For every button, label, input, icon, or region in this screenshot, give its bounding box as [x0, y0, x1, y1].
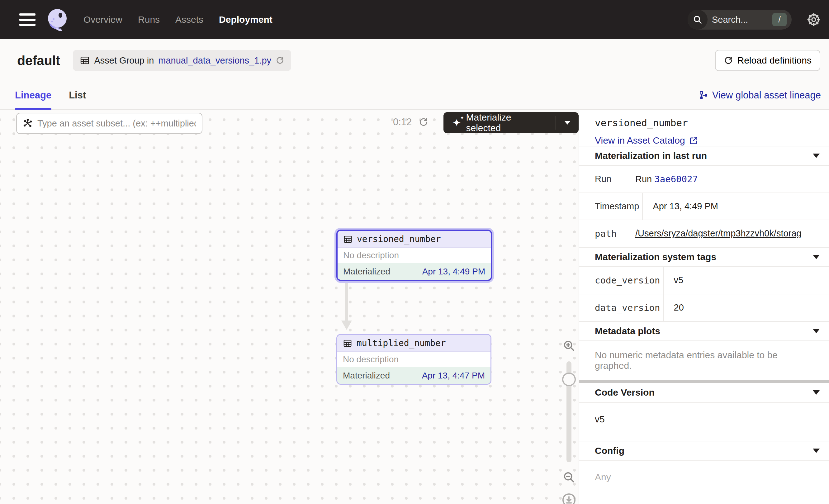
main-content: 0:12 ✦✦ Materialize selected [0, 110, 829, 504]
graph-zoom-controls [559, 339, 579, 504]
asset-node-name: multiplied_number [357, 338, 446, 348]
dagster-app: Overview Runs Assets Deployment Search..… [0, 0, 829, 504]
table-icon [343, 338, 352, 348]
asset-node-multiplied-number[interactable]: multiplied_number No description Materia… [336, 334, 492, 385]
system-tags-table: code_version v5 data_version 20 [579, 266, 829, 321]
caret-down-icon [813, 448, 820, 453]
zoom-slider[interactable] [567, 361, 572, 462]
code-version-label: code_version [579, 267, 664, 294]
tab-lineage[interactable]: Lineage [15, 81, 51, 109]
page-title: default [17, 53, 60, 68]
section-materialization-in-last-run[interactable]: Materialization in last run [579, 146, 829, 165]
asset-group-badge: Asset Group in manual_data_versions_1.py [73, 50, 291, 71]
table-row: Timestamp Apr 13, 4:49 PM [579, 193, 829, 220]
menu-icon[interactable] [19, 13, 36, 26]
config-section-value: Any [579, 460, 829, 499]
lineage-graph-icon [698, 90, 709, 100]
search-icon [688, 10, 708, 30]
caret-down-icon [813, 390, 820, 395]
path-label: path [579, 220, 625, 247]
panel-divider [579, 380, 829, 383]
asset-node-name: versioned_number [357, 234, 441, 244]
lineage-edge [341, 282, 352, 330]
slash-shortcut-badge: / [772, 13, 787, 26]
asset-group-label: Asset Group in [94, 56, 154, 66]
tab-list[interactable]: List [69, 81, 86, 109]
reload-definitions-button[interactable]: Reload definitions [715, 50, 821, 71]
asset-node-status: Materialized [343, 267, 390, 277]
run-id-link[interactable]: 3ae60027 [654, 174, 698, 184]
asset-details-panel: versioned_number View in Asset Catalog M… [579, 110, 829, 504]
primary-nav: Overview Runs Assets Deployment [83, 14, 273, 25]
top-nav: Overview Runs Assets Deployment Search..… [0, 0, 829, 39]
zoom-out-icon[interactable] [562, 470, 576, 484]
lineage-graph-pane[interactable]: 0:12 ✦✦ Materialize selected [0, 110, 579, 504]
view-global-asset-lineage-link[interactable]: View global asset lineage [698, 90, 821, 101]
asset-node-timestamp-link[interactable]: Apr 13, 4:49 PM [422, 267, 485, 277]
zoom-in-icon[interactable] [562, 339, 576, 353]
caret-down-icon [813, 255, 820, 259]
path-value-link[interactable]: /Users/sryza/dagster/tmp3hzzvh0k/storag [635, 228, 801, 238]
refresh-timer: 0:12 [393, 116, 412, 128]
asset-node-status: Materialized [343, 371, 390, 381]
table-row: data_version 20 [579, 294, 829, 321]
table-row: code_version v5 [579, 267, 829, 294]
caret-down-icon [813, 153, 820, 158]
asset-node-versioned-number[interactable]: versioned_number No description Material… [336, 229, 492, 281]
refresh-icon[interactable] [276, 56, 284, 65]
view-tabs: Lineage List View global asset lineage [0, 82, 829, 110]
gear-icon[interactable] [806, 12, 821, 27]
search-input[interactable]: Search... / [688, 10, 792, 30]
table-icon [343, 235, 353, 244]
section-config[interactable]: Config [579, 441, 829, 460]
reload-definitions-label: Reload definitions [737, 55, 812, 66]
asset-subset-filter[interactable] [16, 113, 203, 134]
materialize-selected-split-button: ✦✦ Materialize selected [443, 112, 579, 133]
panel-asset-name: versioned_number [595, 117, 829, 128]
dagster-logo[interactable] [44, 7, 69, 32]
asset-subset-input[interactable] [37, 118, 196, 129]
page-header: default Asset Group in manual_data_versi… [0, 39, 829, 82]
asset-node-timestamp-link[interactable]: Apr 13, 4:47 PM [422, 371, 485, 381]
code-version-value: v5 [664, 267, 829, 294]
timestamp-label: Timestamp [579, 193, 643, 220]
download-image-icon[interactable] [561, 492, 577, 504]
run-label: Run [579, 166, 625, 192]
data-version-label: data_version [579, 294, 664, 321]
materialize-options-caret[interactable] [556, 121, 579, 124]
graph-refresh-icon[interactable] [419, 117, 429, 127]
run-value: Run 3ae60027 [625, 166, 829, 192]
table-row: Run Run 3ae60027 [579, 166, 829, 193]
section-code-version[interactable]: Code Version [579, 383, 829, 402]
op-selector-icon [23, 118, 33, 129]
code-version-section-value: v5 [579, 402, 829, 441]
view-in-asset-catalog-link[interactable]: View in Asset Catalog [595, 135, 698, 146]
asset-node-description: No description [337, 352, 491, 367]
nav-item-assets[interactable]: Assets [175, 14, 203, 25]
search-placeholder: Search... [712, 15, 772, 25]
data-version-value: 20 [664, 294, 829, 321]
table-row: path /Users/sryza/dagster/tmp3hzzvh0k/st… [579, 220, 829, 247]
caret-down-icon [813, 329, 820, 333]
sparkle-icon: ✦✦ [452, 117, 461, 128]
table-icon [80, 56, 90, 65]
metadata-plots-empty-message: No numeric metadata entries available to… [579, 340, 829, 380]
last-run-table: Run Run 3ae60027 Timestamp Apr 13, 4:49 … [579, 165, 829, 247]
timestamp-value: Apr 13, 4:49 PM [643, 193, 829, 220]
nav-item-deployment[interactable]: Deployment [219, 14, 273, 25]
materialize-selected-button[interactable]: ✦✦ Materialize selected [443, 112, 555, 133]
section-type[interactable]: Type [579, 499, 829, 504]
section-metadata-plots[interactable]: Metadata plots [579, 321, 829, 340]
zoom-slider-thumb[interactable] [562, 372, 576, 386]
asset-node-description: No description [337, 248, 491, 263]
section-materialization-system-tags[interactable]: Materialization system tags [579, 247, 829, 266]
nav-item-runs[interactable]: Runs [138, 14, 160, 25]
external-link-icon [689, 136, 698, 145]
asset-group-file-link[interactable]: manual_data_versions_1.py [158, 56, 271, 66]
nav-item-overview[interactable]: Overview [83, 14, 122, 25]
